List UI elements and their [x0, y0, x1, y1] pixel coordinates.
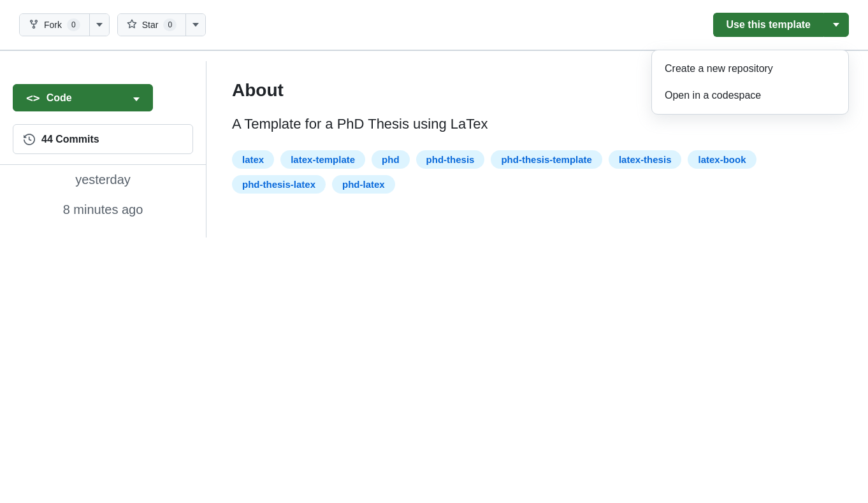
yesterday-label: yesterday	[75, 173, 131, 187]
tag-latex-thesis[interactable]: latex-thesis	[609, 150, 682, 169]
toolbar: Fork 0 Star 0	[0, 0, 868, 50]
commits-section[interactable]: 44 Commits	[13, 124, 193, 154]
tag-latex-template-label: latex-template	[291, 154, 355, 165]
template-button-group: Use this template Create a new repositor…	[713, 13, 849, 37]
template-dropdown-menu: Create a new repository Open in a codesp…	[651, 50, 849, 115]
tag-phd-thesis-latex[interactable]: phd-thesis-latex	[232, 175, 326, 194]
fork-button-group: Fork 0	[19, 13, 110, 36]
tag-phd-thesis[interactable]: phd-thesis	[416, 150, 485, 169]
sidebar: <> Code 44 Commits yesterday	[0, 61, 206, 237]
star-chevron-down-icon	[192, 23, 199, 27]
template-caret-button[interactable]	[823, 13, 849, 37]
star-count: 0	[163, 18, 177, 31]
tag-phd-thesis-template[interactable]: phd-thesis-template	[491, 150, 602, 169]
page-wrapper: Fork 0 Star 0	[0, 0, 868, 503]
tag-latex-book[interactable]: latex-book	[688, 150, 756, 169]
tag-latex-thesis-label: latex-thesis	[619, 154, 672, 165]
code-chevron-down-icon	[133, 92, 140, 104]
star-icon	[127, 19, 137, 31]
tag-phd-thesis-label: phd-thesis	[426, 154, 475, 165]
tag-latex[interactable]: latex	[232, 150, 274, 169]
code-button[interactable]: <> Code	[13, 84, 153, 111]
minutes-ago-entry: 8 minutes ago	[0, 195, 206, 225]
template-chevron-down-icon	[833, 23, 839, 27]
fork-label: Fork	[44, 20, 62, 30]
code-brackets-icon: <>	[26, 91, 40, 104]
tag-phd-latex[interactable]: phd-latex	[332, 175, 395, 194]
star-label: Star	[142, 20, 159, 30]
fork-chevron-down-icon	[96, 23, 103, 27]
clock-icon	[24, 132, 35, 146]
minutes-ago-label: 8 minutes ago	[63, 202, 143, 216]
star-button-group: Star 0	[117, 13, 206, 36]
create-repo-label: Create a new repository	[665, 63, 773, 74]
tag-latex-template[interactable]: latex-template	[280, 150, 365, 169]
yesterday-entry: yesterday	[0, 164, 206, 195]
tag-latex-book-label: latex-book	[698, 154, 746, 165]
use-template-button[interactable]: Use this template	[713, 13, 823, 37]
code-btn-wrapper: <> Code	[0, 74, 206, 124]
commits-count-label: 44 Commits	[41, 134, 99, 145]
tag-phd-thesis-template-label: phd-thesis-template	[501, 154, 592, 165]
fork-button[interactable]: Fork 0	[20, 14, 90, 36]
fork-caret-button[interactable]	[90, 14, 109, 36]
fork-icon	[29, 19, 39, 31]
star-button[interactable]: Star 0	[118, 14, 186, 36]
tag-phd-thesis-latex-label: phd-thesis-latex	[242, 179, 315, 190]
open-codespace-label: Open in a codespace	[665, 90, 761, 101]
open-codespace-item[interactable]: Open in a codespace	[652, 82, 848, 109]
tags-container: latex latex-template phd phd-thesis phd-…	[232, 150, 843, 194]
tag-phd-label: phd	[382, 154, 400, 165]
repo-description: A Template for a PhD Thesis using LaTex	[232, 116, 843, 132]
template-label: Use this template	[727, 19, 811, 31]
tag-phd[interactable]: phd	[372, 150, 410, 169]
create-repo-item[interactable]: Create a new repository	[652, 55, 848, 82]
code-label: Code	[47, 92, 72, 104]
star-caret-button[interactable]	[186, 14, 205, 36]
tag-phd-latex-label: phd-latex	[342, 179, 385, 190]
fork-count: 0	[67, 18, 80, 31]
tag-latex-label: latex	[242, 154, 264, 165]
